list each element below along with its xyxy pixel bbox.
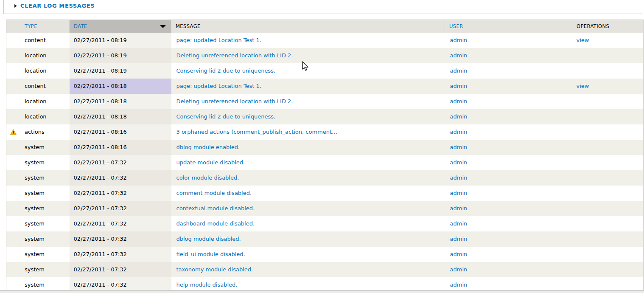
header-message: MESSAGE bbox=[171, 20, 445, 33]
log-user-link[interactable]: admin bbox=[450, 113, 468, 120]
warning-icon bbox=[10, 129, 17, 135]
clear-log-messages-fieldset: CLEAR LOG MESSAGES bbox=[3, 0, 643, 14]
clear-log-messages-label: CLEAR LOG MESSAGES bbox=[20, 3, 95, 9]
log-message-link[interactable]: Conserving lid 2 due to uniqueness. bbox=[176, 68, 276, 74]
log-date: 02/27/2011 - 08:19 bbox=[70, 48, 171, 63]
log-type: system bbox=[20, 216, 70, 231]
log-user-link[interactable]: admin bbox=[450, 159, 468, 166]
log-type: system bbox=[20, 231, 70, 247]
log-table-row: location 02/27/2011 - 08:18 Deleting unr… bbox=[6, 94, 644, 109]
log-user-link[interactable]: admin bbox=[450, 251, 468, 257]
log-table-row: content 02/27/2011 - 08:18 page: updated… bbox=[6, 79, 644, 94]
severity-cell bbox=[6, 201, 20, 216]
header-operations: OPERATIONS bbox=[572, 20, 644, 33]
log-user-link[interactable]: admin bbox=[450, 205, 468, 211]
view-link[interactable]: view bbox=[577, 37, 589, 43]
log-type: content bbox=[20, 79, 70, 94]
severity-cell bbox=[6, 231, 20, 247]
log-message-link[interactable]: field_ui module disabled. bbox=[176, 251, 245, 257]
log-date: 02/27/2011 - 07:32 bbox=[70, 231, 171, 247]
log-message-link[interactable]: Deleting unreferenced location with LID … bbox=[176, 98, 293, 104]
log-message-link[interactable]: Conserving lid 2 due to uniqueness. bbox=[176, 113, 276, 120]
log-message-link[interactable]: page: updated Location Test 1. bbox=[176, 37, 261, 43]
log-table-row: system 02/27/2011 - 07:32 update module … bbox=[6, 155, 644, 170]
log-user-link[interactable]: admin bbox=[450, 220, 468, 227]
severity-cell bbox=[6, 124, 20, 140]
header-icon-column bbox=[6, 20, 20, 33]
log-message-link[interactable]: taxonomy module disabled. bbox=[176, 266, 253, 273]
log-table-row: system 02/27/2011 - 07:32 dblog module d… bbox=[6, 231, 644, 247]
log-message-link[interactable]: 3 orphaned actions (comment_publish_acti… bbox=[176, 129, 338, 135]
log-date: 02/27/2011 - 08:16 bbox=[70, 140, 171, 155]
log-type: location bbox=[20, 63, 70, 79]
log-message-link[interactable]: comment module disabled. bbox=[176, 190, 252, 196]
log-user-link[interactable]: admin bbox=[450, 129, 468, 135]
sort-desc-icon[interactable] bbox=[160, 25, 166, 28]
severity-cell bbox=[6, 262, 20, 277]
log-message-link[interactable]: color module disabled. bbox=[176, 175, 239, 181]
log-date: 02/27/2011 - 08:19 bbox=[70, 63, 171, 79]
log-user-link[interactable]: admin bbox=[450, 175, 468, 181]
log-user-link[interactable]: admin bbox=[450, 83, 468, 89]
table-header-row: TYPE DATE MESSAGE USER OPERATIONS bbox=[6, 20, 644, 33]
log-table-row: system 02/27/2011 - 07:32 comment module… bbox=[6, 186, 644, 201]
severity-cell bbox=[6, 216, 20, 231]
severity-cell bbox=[6, 63, 20, 79]
log-user-link[interactable]: admin bbox=[450, 144, 468, 150]
log-message-link[interactable]: Deleting unreferenced location with LID … bbox=[176, 52, 293, 59]
log-message-link[interactable]: contextual module disabled. bbox=[176, 205, 255, 211]
log-user-link[interactable]: admin bbox=[450, 68, 468, 74]
log-message-link[interactable]: dblog module enabled. bbox=[176, 144, 240, 150]
log-user-link[interactable]: admin bbox=[450, 236, 468, 242]
clear-log-messages-toggle[interactable]: CLEAR LOG MESSAGES bbox=[14, 3, 95, 9]
severity-cell bbox=[6, 79, 20, 94]
log-user-link[interactable]: admin bbox=[450, 190, 468, 196]
log-date: 02/27/2011 - 08:19 bbox=[70, 33, 171, 48]
log-table-row: system 02/27/2011 - 08:16 dblog module e… bbox=[6, 140, 644, 155]
log-type: system bbox=[20, 186, 70, 201]
log-table-row: system 02/27/2011 - 07:32 taxonomy modul… bbox=[6, 262, 644, 277]
view-link[interactable]: view bbox=[577, 83, 589, 89]
collapsed-arrow-icon bbox=[14, 4, 17, 8]
log-message-link[interactable]: help module disabled. bbox=[176, 282, 238, 288]
log-message-link[interactable]: dashboard module disabled. bbox=[176, 220, 255, 227]
log-user-link[interactable]: admin bbox=[450, 266, 468, 273]
severity-cell bbox=[6, 48, 20, 63]
log-date: 02/27/2011 - 07:32 bbox=[70, 170, 171, 186]
log-type: system bbox=[20, 170, 70, 186]
header-date: DATE bbox=[70, 20, 171, 33]
log-type: location bbox=[20, 109, 70, 124]
log-table-row: content 02/27/2011 - 08:19 page: updated… bbox=[6, 33, 644, 48]
log-table-row: system 02/27/2011 - 07:32 field_ui modul… bbox=[6, 247, 644, 262]
log-user-link[interactable]: admin bbox=[450, 282, 468, 288]
log-date: 02/27/2011 - 08:16 bbox=[70, 124, 171, 140]
log-type: system bbox=[20, 140, 70, 155]
log-date: 02/27/2011 - 07:32 bbox=[70, 262, 171, 277]
severity-cell bbox=[6, 94, 20, 109]
log-user-link[interactable]: admin bbox=[450, 37, 468, 43]
log-date: 02/27/2011 - 07:32 bbox=[70, 201, 171, 216]
sort-by-user-link[interactable]: USER bbox=[449, 23, 463, 29]
severity-cell bbox=[6, 186, 20, 201]
log-date: 02/27/2011 - 07:32 bbox=[70, 216, 171, 231]
log-type: system bbox=[20, 155, 70, 170]
log-table-row: system 02/27/2011 - 07:32 color module d… bbox=[6, 170, 644, 186]
log-message-link[interactable]: update module disabled. bbox=[176, 159, 245, 166]
log-user-link[interactable]: admin bbox=[450, 52, 468, 59]
severity-cell bbox=[6, 33, 20, 48]
log-date: 02/27/2011 - 08:18 bbox=[70, 94, 171, 109]
log-type: content bbox=[20, 33, 70, 48]
log-message-link[interactable]: dblog module disabled. bbox=[176, 236, 241, 242]
log-user-link[interactable]: admin bbox=[450, 98, 468, 104]
log-message-link[interactable]: page: updated Location Test 1. bbox=[176, 83, 261, 89]
horizontal-scrollbar[interactable] bbox=[0, 290, 644, 293]
log-table-row: system 02/27/2011 - 07:32 contextual mod… bbox=[6, 201, 644, 216]
header-type: TYPE bbox=[20, 20, 70, 33]
sort-by-type-link[interactable]: TYPE bbox=[25, 23, 37, 29]
log-type: actions bbox=[20, 124, 70, 140]
log-table-row: location 02/27/2011 - 08:18 Conserving l… bbox=[6, 109, 644, 124]
log-date: 02/27/2011 - 07:32 bbox=[70, 186, 171, 201]
log-table-row: system 02/27/2011 - 07:32 dashboard modu… bbox=[6, 216, 644, 231]
log-type: location bbox=[20, 94, 70, 109]
sort-by-date-link[interactable]: DATE bbox=[74, 23, 87, 29]
